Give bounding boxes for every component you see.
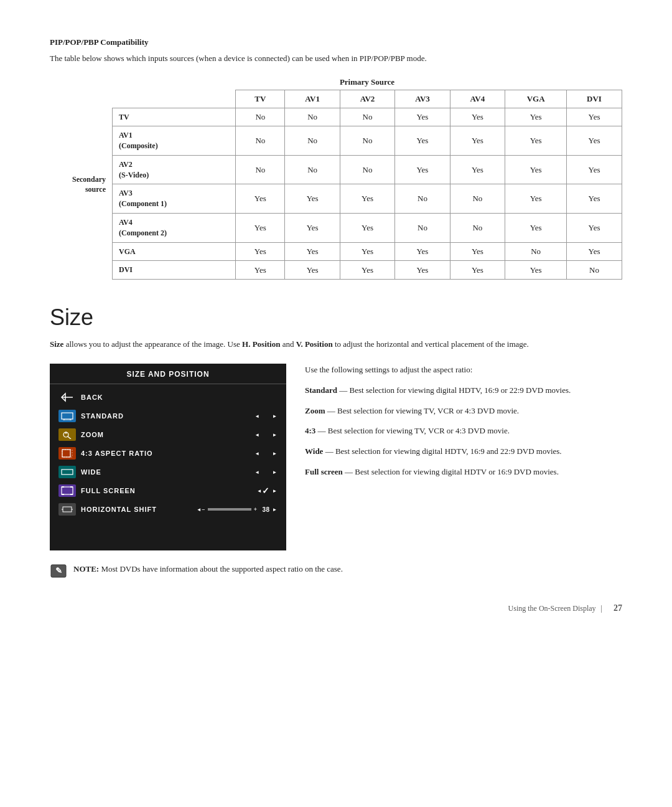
fullscreen-checkmark: ✓ <box>262 486 270 496</box>
empty-header <box>113 90 236 108</box>
pip-title: PIP/POP/PBP Compatibility <box>50 37 622 47</box>
row-header-3: AV3(Component 1) <box>113 184 236 214</box>
cell-3-6: Yes <box>567 184 622 214</box>
cell-4-1: Yes <box>285 214 340 243</box>
arrow-right-aspect43: ► <box>273 451 278 456</box>
secondary-source-label: Secondarysource <box>50 174 106 196</box>
slider-value: 38 <box>262 506 269 513</box>
slider-row: – + 38 <box>202 506 272 513</box>
cell-5-0: Yes <box>236 242 285 261</box>
cell-6-3: Yes <box>395 261 450 280</box>
cell-6-4: Yes <box>450 261 505 280</box>
size-intro-hpos: H. Position <box>242 339 280 349</box>
size-content: SIZE AND POSITION BACK <box>50 364 622 550</box>
table-row: AV4(Component 2)YesYesYesNoNoYesYes <box>113 214 622 243</box>
cell-0-1: No <box>285 108 340 126</box>
pip-section: PIP/POP/PBP Compatibility The table belo… <box>50 37 622 280</box>
cell-0-6: Yes <box>567 108 622 126</box>
row-header-2: AV2(S-Video) <box>113 155 236 184</box>
row-header-0: TV <box>113 108 236 126</box>
col-av1: AV1 <box>285 90 340 108</box>
compat-table-wrapper: Secondarysource TV AV1 AV2 AV3 AV4 VGA D… <box>50 90 622 280</box>
col-vga: VGA <box>505 90 567 108</box>
cell-2-6: Yes <box>567 155 622 184</box>
cell-5-6: Yes <box>567 242 622 261</box>
cell-6-2: Yes <box>340 261 394 280</box>
cell-3-5: Yes <box>505 184 567 214</box>
size-intro-bold1: Size <box>50 339 63 349</box>
cell-2-3: Yes <box>395 155 450 184</box>
table-row: AV1(Composite)NoNoNoYesYesYesYes <box>113 126 622 156</box>
note-content: Most DVDs have information about the sup… <box>101 564 342 573</box>
pip-intro: The table below shows which inputs sourc… <box>50 52 622 65</box>
osd-row-fullscreen: FULL SCREEN ◄ ✓ ► <box>50 481 286 500</box>
arrow-right-standard: ► <box>273 413 278 419</box>
compat-table: TV AV1 AV2 AV3 AV4 VGA DVI TVNoNoNoYesYe… <box>112 90 622 280</box>
col-tv: TV <box>236 90 285 108</box>
row-header-1: AV1(Composite) <box>113 126 236 156</box>
arrow-right-zoom: ► <box>273 432 278 438</box>
desc-intro: Use the following settings to adjust the… <box>305 364 622 377</box>
cell-5-3: Yes <box>395 242 450 261</box>
osd-label-fullscreen: FULL SCREEN <box>81 487 257 494</box>
back-icon <box>58 391 76 404</box>
page-number: 27 <box>614 603 622 613</box>
fullscreen-icon <box>58 484 76 497</box>
desc-wide: Wide — Best selection for viewing digita… <box>305 445 622 458</box>
desc-standard-bold: Standard <box>305 385 337 395</box>
primary-source-label: Primary Source <box>112 77 622 87</box>
cell-3-4: No <box>450 184 505 214</box>
cell-1-0: No <box>236 126 285 156</box>
table-row: VGAYesYesYesYesYesNoYes <box>113 242 622 261</box>
cell-0-5: Yes <box>505 108 567 126</box>
cell-4-5: Yes <box>505 214 567 243</box>
arrow-left-standard: ◄ <box>254 413 259 419</box>
hshift-icon <box>58 503 76 516</box>
standard-icon <box>58 410 76 422</box>
cell-4-6: Yes <box>567 214 622 243</box>
arrow-right-fullscreen: ► <box>273 488 278 494</box>
col-av4: AV4 <box>450 90 505 108</box>
footer-text: Using the On-Screen Display <box>508 604 596 613</box>
cell-3-1: Yes <box>285 184 340 214</box>
arrow-right-hshift: ► <box>273 507 278 512</box>
cell-2-2: No <box>340 155 394 184</box>
svg-rect-18 <box>63 507 72 512</box>
osd-label-zoom: ZOOM <box>81 431 254 438</box>
cell-4-3: No <box>395 214 450 243</box>
osd-row-hshift: HORIZONTAL SHIFT ◄ – + 38 ► <box>50 500 286 519</box>
osd-title: SIZE AND POSITION <box>50 364 286 384</box>
cell-1-6: Yes <box>567 126 622 156</box>
osd-row-zoom: ZOOM ◄ ► <box>50 425 286 444</box>
table-row: AV2(S-Video)NoNoNoYesYesYesYes <box>113 155 622 184</box>
svg-rect-2 <box>62 413 73 419</box>
arrow-right-wide: ► <box>273 470 278 475</box>
zoom-icon <box>58 428 76 441</box>
desc-standard: Standard — Best selection for viewing di… <box>305 384 622 397</box>
cell-0-2: No <box>340 108 394 126</box>
cell-3-3: No <box>395 184 450 214</box>
row-header-5: VGA <box>113 242 236 261</box>
desc-zoom: Zoom — Best selection for viewing TV, VC… <box>305 405 622 418</box>
note-text: NOTE: Most DVDs have information about t… <box>73 563 343 575</box>
col-av2: AV2 <box>340 90 394 108</box>
cell-6-6: No <box>567 261 622 280</box>
cell-1-5: Yes <box>505 126 567 156</box>
note-icon: ✎ <box>50 564 67 578</box>
cell-3-0: Yes <box>236 184 285 214</box>
note-bold: NOTE: <box>73 564 99 573</box>
size-descriptions: Use the following settings to adjust the… <box>305 364 622 550</box>
cell-1-3: Yes <box>395 126 450 156</box>
arrow-left-aspect43: ◄ <box>254 451 259 456</box>
arrow-left-fullscreen: ◄ <box>257 488 262 494</box>
cell-6-1: Yes <box>285 261 340 280</box>
osd-label-hshift: HORIZONTAL SHIFT <box>81 506 197 513</box>
table-row: AV3(Component 1)YesYesYesNoNoYesYes <box>113 184 622 214</box>
cell-5-4: Yes <box>450 242 505 261</box>
desc-wide-bold: Wide <box>305 446 323 456</box>
arrow-left-hshift: ◄ <box>197 507 202 512</box>
cell-1-2: No <box>340 126 394 156</box>
cell-4-2: Yes <box>340 214 394 243</box>
size-intro: Size allows you to adjust the appearance… <box>50 338 622 351</box>
desc-43-bold: 4:3 <box>305 426 315 435</box>
